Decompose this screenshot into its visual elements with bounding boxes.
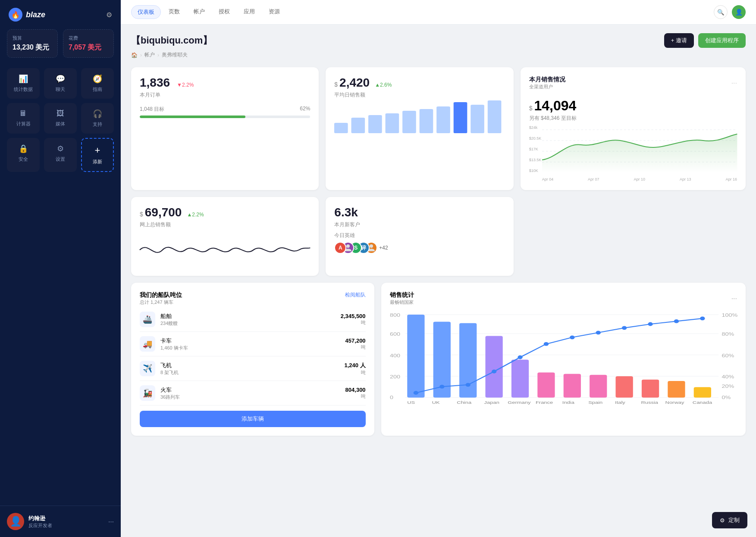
svg-point-44 [413, 391, 418, 395]
budget-value: 13,230 美元 [13, 43, 52, 52]
fleet-header: 我们的船队吨位 总计 1,247 辆车 检阅船队 [140, 291, 366, 306]
sidebar-item-media[interactable]: 🖼 媒体 [44, 103, 77, 134]
orders-change: ▼2.2% [177, 82, 194, 88]
tab-apps[interactable]: 应用 [238, 5, 261, 19]
fleet-item-ship: 🚢 船舶 234艘艘 2,345,500 吨 [140, 307, 366, 332]
stats-label: 统计数据 [14, 86, 33, 93]
fleet-unit-truck: 吨 [345, 344, 366, 350]
fleet-amount-train: 804,300 [345, 387, 366, 393]
user-name: 约翰逊 [28, 515, 104, 522]
breadcrumb-account[interactable]: 帐户 [144, 51, 155, 59]
new-customers-card: 6.3k 本月新客户 今日英雄 A S 碎 [326, 197, 513, 276]
customize-label: 定制 [728, 516, 740, 524]
tab-account[interactable]: 帐户 [188, 5, 211, 19]
svg-rect-37 [537, 372, 555, 397]
svg-rect-9 [488, 100, 502, 133]
svg-rect-43 [693, 387, 711, 397]
customize-button[interactable]: ⚙ 定制 [712, 512, 747, 528]
orders-value: 1,836 [140, 76, 170, 90]
sidebar-item-chat[interactable]: 💬 聊天 [44, 68, 77, 99]
svg-text:0: 0 [390, 394, 393, 400]
tab-dashboard[interactable]: 仪表板 [131, 5, 161, 19]
expense-value: 7,057 美元 [69, 43, 108, 52]
total-sales-value: 69,700 [145, 206, 182, 219]
daily-sales-change: ▲2.6% [375, 82, 392, 88]
svg-text:20%: 20% [721, 384, 734, 389]
total-sales-card: $ 69,700 ▲2.2% 网上总销售额 [131, 197, 319, 276]
fleet-item-plane: ✈️ 飞机 8 架飞机 1,240 人 吨 [140, 356, 366, 381]
monthly-sales-card: 本月销售情况 全渠道用户 ··· $ 14,094 另有 $48,346 至目标 [521, 67, 746, 190]
expense-label: 花费 [69, 35, 108, 41]
sidebar-item-stats[interactable]: 📊 统计数据 [7, 68, 40, 99]
sidebar-settings-icon[interactable]: ⚙ [106, 11, 112, 19]
search-button[interactable]: 🔍 [714, 5, 728, 19]
sidebar-item-guide[interactable]: 🧭 指南 [81, 68, 114, 99]
monthly-prefix: $ [529, 105, 533, 112]
tab-auth[interactable]: 授权 [213, 5, 236, 19]
sales-stats-card: 销售统计 最畅销国家 ··· 800 600 400 200 0 [381, 283, 746, 436]
daily-sales-value: 2,420 [339, 76, 370, 90]
fleet-name-truck: 卡车 [160, 337, 340, 345]
sidebar-item-support[interactable]: 🎧 支持 [81, 103, 114, 134]
fleet-count-ship: 234艘艘 [160, 320, 336, 327]
invite-button[interactable]: + 邀请 [664, 33, 694, 48]
tab-pages[interactable]: 页数 [163, 5, 186, 19]
sidebar-item-security[interactable]: 🔒 安全 [7, 138, 40, 172]
svg-point-51 [596, 331, 601, 334]
fleet-name-ship: 船舶 [160, 312, 336, 320]
sidebar-item-settings[interactable]: ⚙ 设置 [44, 138, 77, 172]
fleet-info-plane: 飞机 8 架飞机 [160, 362, 339, 376]
fleet-link[interactable]: 检阅船队 [345, 291, 366, 299]
svg-text:Germany: Germany [508, 400, 530, 404]
svg-text:800: 800 [390, 312, 400, 318]
add-vehicle-button[interactable]: 添加车辆 [140, 411, 366, 427]
daily-prefix: $ [334, 81, 338, 88]
user-more-icon[interactable]: ⋯ [108, 518, 114, 525]
budget-label: 预算 [13, 35, 52, 41]
fleet-unit-plane: 吨 [344, 369, 365, 376]
hero-label: 今日英雄 [334, 232, 505, 239]
sidebar-item-calc[interactable]: 🖩 计算器 [7, 103, 40, 134]
svg-rect-40 [615, 376, 633, 398]
customize-icon: ⚙ [720, 517, 725, 524]
fleet-info-truck: 卡车 1,460 辆卡车 [160, 337, 340, 351]
monthly-sales-remaining: 另有 $48,346 至目标 [529, 115, 737, 122]
bar-chart [334, 99, 505, 133]
svg-rect-0 [334, 123, 348, 133]
fleet-item-truck: 🚚 卡车 1,460 辆卡车 457,200 吨 [140, 332, 366, 356]
train-icon: 🚂 [140, 385, 155, 401]
calc-label: 计算器 [16, 121, 31, 127]
svg-point-48 [518, 356, 523, 359]
svg-text:Italy: Italy [615, 400, 625, 404]
monthly-sales-menu[interactable]: ··· [731, 79, 737, 87]
svg-point-54 [674, 319, 679, 323]
monthly-sales-value: 14,094 [534, 98, 576, 114]
svg-text:UK: UK [432, 400, 439, 404]
svg-rect-8 [471, 105, 485, 133]
svg-rect-1 [351, 118, 365, 133]
stats-more-btn[interactable]: ··· [731, 295, 737, 303]
breadcrumb: 🏠 › 帐户 › 奥弗维耶夫 [131, 51, 746, 59]
user-avatar-btn[interactable]: 👤 [732, 5, 746, 19]
hero-count: +42 [379, 245, 388, 251]
breadcrumb-home: 🏠 [131, 52, 138, 58]
hero-section: 今日英雄 A S 碎 +42 [334, 232, 505, 254]
tab-resources[interactable]: 资源 [263, 5, 286, 19]
new-customers-value: 6.3k [334, 206, 358, 219]
create-app-button[interactable]: 创建应用程序 [698, 33, 746, 48]
fleet-amount-truck: 457,200 [345, 337, 366, 344]
topnav: 仪表板 页数 帐户 授权 应用 资源 🔍 👤 [121, 0, 756, 25]
svg-rect-6 [437, 106, 451, 133]
sidebar-header: 🔥 blaze ⚙ [0, 0, 121, 29]
sidebar-item-add[interactable]: + 添新 [81, 138, 114, 172]
page: 【biqubiqu.com】 + 邀请 创建应用程序 🏠 › 帐户 › 奥弗维耶… [121, 25, 756, 537]
monthly-sales-sub: 全渠道用户 [529, 84, 565, 90]
fleet-name-train: 火车 [160, 386, 340, 394]
add-label: 添新 [93, 159, 102, 165]
topnav-actions: 🔍 👤 [714, 5, 746, 19]
logo: 🔥 blaze [9, 8, 45, 22]
svg-point-52 [621, 326, 627, 330]
truck-icon: 🚚 [140, 336, 155, 352]
orders-card: 1,836 ▼2.2% 本月订单 1,048 目标 62% [131, 67, 319, 190]
fleet-value-plane: 1,240 人 吨 [344, 362, 365, 376]
